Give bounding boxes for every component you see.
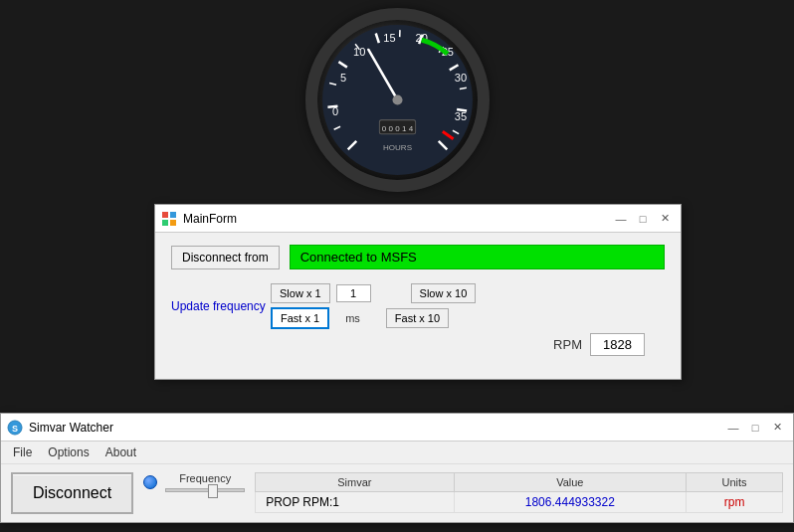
gauge-svg: 5 0 10 15 20 25 30 35 0 0 0 1 4 HOURS <box>317 20 478 180</box>
freq-top-row: Slow x 1 Slow x 10 <box>271 283 476 303</box>
simvar-title: Simvar Watcher <box>29 421 113 435</box>
col-units: Units <box>687 473 783 492</box>
cell-value: 1806.444933322 <box>454 492 687 513</box>
cell-units: rpm <box>687 492 783 513</box>
svg-rect-33 <box>170 220 176 226</box>
svg-text:15: 15 <box>383 32 395 44</box>
freq-controls: Slow x 1 Slow x 10 Fast x 1 ms Fast x 10 <box>271 283 476 329</box>
simvar-menubar: File Options About <box>1 442 793 464</box>
freq-indicator: Frequency <box>143 472 245 492</box>
table-header-row: Simvar Value Units <box>256 473 783 492</box>
simvar-body: Disconnect Frequency Simvar Value Units <box>1 464 793 522</box>
freq-input-wrap <box>336 284 371 302</box>
col-value: Value <box>454 473 687 492</box>
svg-text:10: 10 <box>353 46 365 58</box>
connection-row: Disconnect from Connected to MSFS <box>171 245 665 269</box>
svg-text:S: S <box>12 424 18 434</box>
simvar-close-btn[interactable]: ✕ <box>767 419 787 437</box>
table-row: PROP RPM:1 1806.444933322 rpm <box>256 492 783 513</box>
svg-rect-31 <box>170 212 176 218</box>
freq-slider-area: Frequency <box>165 472 245 492</box>
interval-input[interactable] <box>336 284 371 302</box>
svg-rect-30 <box>162 212 168 218</box>
simvar-maximize-btn[interactable]: □ <box>745 419 765 437</box>
simvar-window: S Simvar Watcher — □ ✕ File Options Abou… <box>0 413 794 523</box>
simvar-table: Simvar Value Units PROP RPM:1 1806.44493… <box>255 472 783 513</box>
mainform-body: Disconnect from Connected to MSFS Update… <box>155 233 681 379</box>
simvar-title-buttons: — □ ✕ <box>723 419 787 437</box>
simvar-table-area: Simvar Value Units PROP RPM:1 1806.44493… <box>255 472 783 513</box>
freq-label: Update frequency <box>171 299 271 313</box>
col-simvar: Simvar <box>256 473 454 492</box>
title-buttons: — □ ✕ <box>611 210 675 228</box>
cell-simvar: PROP RPM:1 <box>256 492 454 513</box>
slow-x10-button[interactable]: Slow x 10 <box>411 283 477 303</box>
mainform-title: MainForm <box>183 212 237 226</box>
fast-x1-button[interactable]: Fast x 1 <box>271 307 329 329</box>
freq-slider[interactable] <box>165 488 245 492</box>
simvar-title-left: S Simvar Watcher <box>7 420 113 436</box>
menu-about[interactable]: About <box>98 443 144 461</box>
freq-slider-label: Frequency <box>179 472 231 484</box>
mainform-titlebar: MainForm — □ ✕ <box>155 205 681 233</box>
mainform-minimize-btn[interactable]: — <box>611 210 631 228</box>
freq-row: Update frequency Slow x 1 Slow x 10 Fast… <box>171 283 665 329</box>
fast-x10-button[interactable]: Fast x 10 <box>386 308 449 328</box>
gauge-circle: 5 0 10 15 20 25 30 35 0 0 0 1 4 HOURS <box>305 8 490 192</box>
disconnect-from-button[interactable]: Disconnect from <box>171 246 280 269</box>
svg-text:0: 0 <box>332 104 338 116</box>
svg-text:30: 30 <box>454 72 466 84</box>
svg-text:HOURS: HOURS <box>382 142 411 151</box>
mainform-close-btn[interactable]: ✕ <box>655 210 675 228</box>
svg-point-26 <box>392 94 402 104</box>
disconnect-button[interactable]: Disconnect <box>11 472 133 514</box>
freq-slider-thumb <box>208 484 218 498</box>
connected-status: Connected to MSFS <box>290 245 665 269</box>
freq-rpm-area: Update frequency Slow x 1 Slow x 10 Fast… <box>171 283 665 363</box>
rpm-value: 1828 <box>590 333 645 356</box>
mainform-icon <box>161 211 177 227</box>
svg-text:35: 35 <box>454 109 466 121</box>
menu-file[interactable]: File <box>5 443 40 461</box>
svg-text:5: 5 <box>340 72 346 84</box>
simvar-titlebar: S Simvar Watcher — □ ✕ <box>1 414 793 442</box>
menu-options[interactable]: Options <box>40 443 97 461</box>
rpm-label: RPM <box>553 337 582 352</box>
title-left: MainForm <box>161 211 237 227</box>
mainform-window: MainForm — □ ✕ Disconnect from Connected… <box>154 204 682 380</box>
ms-label: ms <box>345 312 360 324</box>
mainform-maximize-btn[interactable]: □ <box>633 210 653 228</box>
freq-bottom-row: Fast x 1 ms Fast x 10 <box>271 307 449 329</box>
svg-text:0 0 0 1 4: 0 0 0 1 4 <box>381 123 413 132</box>
rpm-section: RPM 1828 <box>553 333 645 356</box>
simvar-icon: S <box>7 420 23 436</box>
gauge-area: 5 0 10 15 20 25 30 35 0 0 0 1 4 HOURS <box>0 0 794 199</box>
simvar-minimize-btn[interactable]: — <box>723 419 743 437</box>
freq-dot <box>143 475 157 489</box>
svg-rect-32 <box>162 220 168 226</box>
slow-x1-button[interactable]: Slow x 1 <box>271 283 330 303</box>
